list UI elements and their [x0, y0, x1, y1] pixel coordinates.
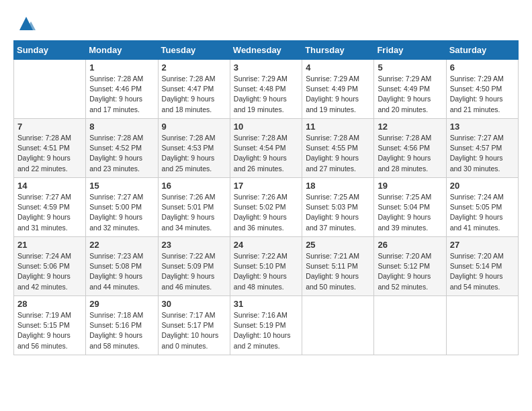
day-info: Sunrise: 7:16 AMSunset: 5:19 PMDaylight:…: [234, 310, 298, 351]
day-info: Sunrise: 7:28 AMSunset: 4:46 PMDaylight:…: [89, 74, 154, 115]
day-info: Sunrise: 7:28 AMSunset: 4:52 PMDaylight:…: [89, 133, 154, 174]
day-number: 19: [378, 181, 442, 191]
day-info: Sunrise: 7:24 AMSunset: 5:06 PMDaylight:…: [17, 251, 82, 292]
calendar-cell: 8Sunrise: 7:28 AMSunset: 4:52 PMDaylight…: [86, 119, 158, 178]
day-info: Sunrise: 7:29 AMSunset: 4:48 PMDaylight:…: [234, 74, 298, 115]
day-number: 10: [234, 122, 298, 132]
day-number: 20: [450, 181, 515, 191]
day-info: Sunrise: 7:23 AMSunset: 5:08 PMDaylight:…: [89, 251, 154, 292]
day-number: 31: [234, 299, 298, 309]
day-info: Sunrise: 7:26 AMSunset: 5:01 PMDaylight:…: [162, 192, 226, 233]
day-info: Sunrise: 7:28 AMSunset: 4:54 PMDaylight:…: [234, 133, 298, 174]
calendar-cell: 26Sunrise: 7:20 AMSunset: 5:12 PMDayligh…: [374, 237, 446, 296]
day-info: Sunrise: 7:27 AMSunset: 5:00 PMDaylight:…: [89, 192, 154, 233]
calendar-table: SundayMondayTuesdayWednesdayThursdayFrid…: [13, 40, 519, 355]
calendar-cell: 6Sunrise: 7:29 AMSunset: 4:50 PMDaylight…: [446, 60, 518, 119]
day-header-saturday: Saturday: [446, 41, 518, 60]
day-header-thursday: Thursday: [302, 41, 374, 60]
week-row-1: 1Sunrise: 7:28 AMSunset: 4:46 PMDaylight…: [14, 60, 519, 119]
day-info: Sunrise: 7:25 AMSunset: 5:03 PMDaylight:…: [306, 192, 370, 233]
day-number: 15: [89, 181, 154, 191]
week-row-5: 28Sunrise: 7:19 AMSunset: 5:15 PMDayligh…: [14, 296, 519, 355]
calendar-cell: 19Sunrise: 7:25 AMSunset: 5:04 PMDayligh…: [374, 178, 446, 237]
day-number: 12: [378, 122, 442, 132]
day-info: Sunrise: 7:20 AMSunset: 5:14 PMDaylight:…: [450, 251, 515, 292]
day-number: 28: [17, 299, 82, 309]
day-number: 2: [162, 62, 226, 73]
calendar-cell: [374, 296, 446, 355]
calendar-cell: 30Sunrise: 7:17 AMSunset: 5:17 PMDayligh…: [158, 296, 230, 355]
day-header-sunday: Sunday: [14, 41, 86, 60]
day-info: Sunrise: 7:29 AMSunset: 4:50 PMDaylight:…: [450, 74, 515, 115]
day-number: 25: [306, 240, 370, 250]
day-info: Sunrise: 7:28 AMSunset: 4:55 PMDaylight:…: [306, 133, 370, 174]
calendar-cell: 16Sunrise: 7:26 AMSunset: 5:01 PMDayligh…: [158, 178, 230, 237]
day-number: 6: [450, 62, 515, 73]
calendar-cell: 29Sunrise: 7:18 AMSunset: 5:16 PMDayligh…: [86, 296, 158, 355]
day-info: Sunrise: 7:19 AMSunset: 5:15 PMDaylight:…: [17, 310, 82, 351]
calendar-cell: 10Sunrise: 7:28 AMSunset: 4:54 PMDayligh…: [230, 119, 302, 178]
calendar-cell: 11Sunrise: 7:28 AMSunset: 4:55 PMDayligh…: [302, 119, 374, 178]
day-number: 5: [378, 62, 442, 73]
calendar-cell: 22Sunrise: 7:23 AMSunset: 5:08 PMDayligh…: [86, 237, 158, 296]
calendar-cell: 18Sunrise: 7:25 AMSunset: 5:03 PMDayligh…: [302, 178, 374, 237]
day-header-monday: Monday: [86, 41, 158, 60]
calendar-cell: 2Sunrise: 7:28 AMSunset: 4:47 PMDaylight…: [158, 60, 230, 119]
day-info: Sunrise: 7:28 AMSunset: 4:56 PMDaylight:…: [378, 133, 442, 174]
day-info: Sunrise: 7:18 AMSunset: 5:16 PMDaylight:…: [89, 310, 154, 351]
calendar-cell: 25Sunrise: 7:21 AMSunset: 5:11 PMDayligh…: [302, 237, 374, 296]
day-number: 27: [450, 240, 515, 250]
week-row-2: 7Sunrise: 7:28 AMSunset: 4:51 PMDaylight…: [14, 119, 519, 178]
day-number: 29: [89, 299, 154, 309]
day-info: Sunrise: 7:22 AMSunset: 5:10 PMDaylight:…: [234, 251, 298, 292]
calendar-cell: 27Sunrise: 7:20 AMSunset: 5:14 PMDayligh…: [446, 237, 518, 296]
day-number: 24: [234, 240, 298, 250]
day-info: Sunrise: 7:28 AMSunset: 4:53 PMDaylight:…: [162, 133, 226, 174]
day-info: Sunrise: 7:17 AMSunset: 5:17 PMDaylight:…: [162, 310, 226, 351]
calendar-cell: 7Sunrise: 7:28 AMSunset: 4:51 PMDaylight…: [14, 119, 86, 178]
day-info: Sunrise: 7:27 AMSunset: 4:57 PMDaylight:…: [450, 133, 515, 174]
calendar-cell: 24Sunrise: 7:22 AMSunset: 5:10 PMDayligh…: [230, 237, 302, 296]
calendar-cell: 9Sunrise: 7:28 AMSunset: 4:53 PMDaylight…: [158, 119, 230, 178]
calendar-cell: 14Sunrise: 7:27 AMSunset: 4:59 PMDayligh…: [14, 178, 86, 237]
day-number: 3: [234, 62, 298, 73]
day-number: 13: [450, 122, 515, 132]
day-header-tuesday: Tuesday: [158, 41, 230, 60]
calendar-cell: 21Sunrise: 7:24 AMSunset: 5:06 PMDayligh…: [14, 237, 86, 296]
day-header-friday: Friday: [374, 41, 446, 60]
calendar-cell: 3Sunrise: 7:29 AMSunset: 4:48 PMDaylight…: [230, 60, 302, 119]
week-row-4: 21Sunrise: 7:24 AMSunset: 5:06 PMDayligh…: [14, 237, 519, 296]
week-row-3: 14Sunrise: 7:27 AMSunset: 4:59 PMDayligh…: [14, 178, 519, 237]
day-number: 16: [162, 181, 226, 191]
day-number: 11: [306, 122, 370, 132]
day-number: 1: [89, 62, 154, 73]
day-number: 23: [162, 240, 226, 250]
day-info: Sunrise: 7:28 AMSunset: 4:51 PMDaylight:…: [17, 133, 82, 174]
calendar-cell: 31Sunrise: 7:16 AMSunset: 5:19 PMDayligh…: [230, 296, 302, 355]
day-info: Sunrise: 7:29 AMSunset: 4:49 PMDaylight:…: [378, 74, 442, 115]
day-info: Sunrise: 7:29 AMSunset: 4:49 PMDaylight:…: [306, 74, 370, 115]
day-info: Sunrise: 7:24 AMSunset: 5:05 PMDaylight:…: [450, 192, 515, 233]
calendar-cell: [302, 296, 374, 355]
calendar-cell: 15Sunrise: 7:27 AMSunset: 5:00 PMDayligh…: [86, 178, 158, 237]
day-info: Sunrise: 7:28 AMSunset: 4:47 PMDaylight:…: [162, 74, 226, 115]
day-number: 8: [89, 122, 154, 132]
calendar-cell: 1Sunrise: 7:28 AMSunset: 4:46 PMDaylight…: [86, 60, 158, 119]
calendar-cell: 5Sunrise: 7:29 AMSunset: 4:49 PMDaylight…: [374, 60, 446, 119]
calendar-cell: [446, 296, 518, 355]
calendar-cell: 28Sunrise: 7:19 AMSunset: 5:15 PMDayligh…: [14, 296, 86, 355]
day-number: 17: [234, 181, 298, 191]
day-number: 4: [306, 62, 370, 73]
day-number: 21: [17, 240, 82, 250]
calendar-cell: 23Sunrise: 7:22 AMSunset: 5:09 PMDayligh…: [158, 237, 230, 296]
calendar-cell: 20Sunrise: 7:24 AMSunset: 5:05 PMDayligh…: [446, 178, 518, 237]
day-info: Sunrise: 7:20 AMSunset: 5:12 PMDaylight:…: [378, 251, 442, 292]
day-info: Sunrise: 7:25 AMSunset: 5:04 PMDaylight:…: [378, 192, 442, 233]
calendar-cell: [14, 60, 86, 119]
day-number: 9: [162, 122, 226, 132]
day-number: 22: [89, 240, 154, 250]
days-header-row: SundayMondayTuesdayWednesdayThursdayFrid…: [14, 41, 519, 60]
day-number: 30: [162, 299, 226, 309]
day-info: Sunrise: 7:27 AMSunset: 4:59 PMDaylight:…: [17, 192, 82, 233]
day-info: Sunrise: 7:26 AMSunset: 5:02 PMDaylight:…: [234, 192, 298, 233]
